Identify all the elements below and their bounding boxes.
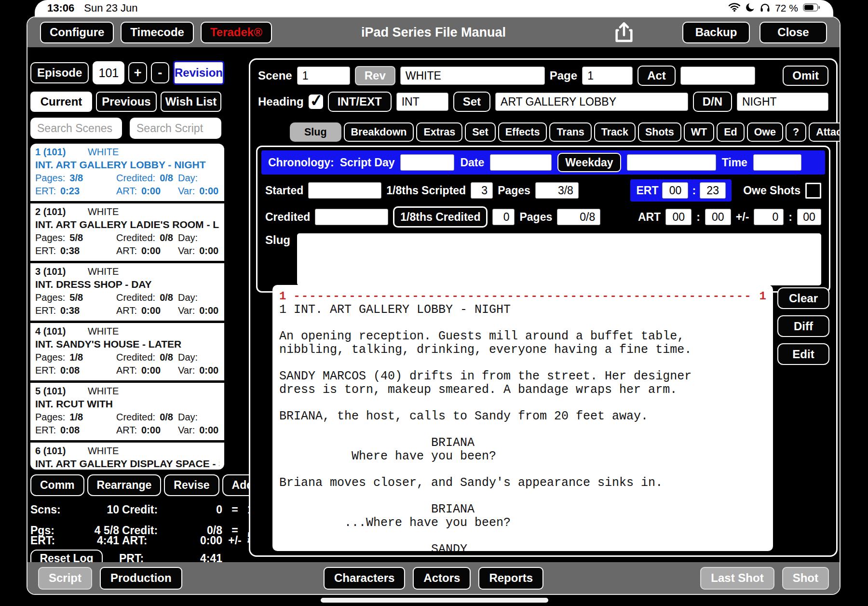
reports-button[interactable]: Reports xyxy=(478,567,543,590)
reset-log-button[interactable]: Reset Log xyxy=(30,550,103,562)
detail-tab[interactable]: Track xyxy=(594,122,636,142)
script-mode-button[interactable]: Script xyxy=(38,567,92,590)
detail-tab[interactable]: Slug xyxy=(290,122,341,142)
scene-list-item[interactable]: 4 (101) WHITE INT. SANDY'S HOUSE - LATER… xyxy=(30,321,224,380)
ert-minutes-field[interactable] xyxy=(662,182,688,199)
scene-number-field[interactable] xyxy=(297,67,350,85)
top-toolbar: Configure Timecode Teradek® iPad Series … xyxy=(27,17,840,47)
teradek-button[interactable]: Teradek® xyxy=(201,22,272,43)
owe-shots-checkbox[interactable] xyxy=(805,183,821,199)
chronology-bar: Chronology: Script Day Date Weekday Time xyxy=(261,150,825,175)
slug-label: Slug xyxy=(265,233,290,247)
slug-row: Slug xyxy=(265,233,821,285)
date-field[interactable] xyxy=(490,154,552,171)
revision-button[interactable]: Revision xyxy=(173,61,224,85)
search-scenes-input[interactable] xyxy=(30,118,122,139)
time-field[interactable] xyxy=(753,154,801,171)
detail-tab[interactable]: Ed xyxy=(717,122,744,142)
tab-previous[interactable]: Previous xyxy=(96,92,157,112)
production-mode-button[interactable]: Production xyxy=(100,567,182,590)
weekday-field[interactable] xyxy=(627,154,716,171)
scene-day: Day: xyxy=(178,351,219,364)
episode-button[interactable]: Episode xyxy=(30,62,89,83)
rev-button[interactable]: Rev xyxy=(355,66,395,85)
diff-button[interactable]: Diff xyxy=(777,315,829,337)
int-ext-button[interactable]: INT/EXT xyxy=(328,92,392,112)
tab-current[interactable]: Current xyxy=(30,92,92,112)
detail-tab[interactable]: Set xyxy=(465,122,495,142)
int-ext-field[interactable] xyxy=(396,93,448,111)
detail-tab[interactable]: Trans xyxy=(549,122,591,142)
scene-row: Scene Rev Page Act Omit xyxy=(258,66,828,86)
shot-button[interactable]: Shot xyxy=(782,567,829,590)
heading-checkbox[interactable] xyxy=(309,94,323,109)
detail-tab[interactable]: Owe xyxy=(747,122,783,142)
act-button[interactable]: Act xyxy=(637,66,676,86)
eighths-credited-button[interactable]: 1/8ths Credited xyxy=(393,206,488,228)
detail-tab[interactable]: Shots xyxy=(638,122,681,142)
started-field[interactable] xyxy=(308,182,381,199)
detail-tab[interactable]: WT xyxy=(684,122,714,142)
detail-tab[interactable]: Breakdown xyxy=(344,122,414,142)
episode-number-field[interactable] xyxy=(93,61,124,84)
scene-browser-panel: Episode + - Revision Current Previous Wi… xyxy=(30,47,224,562)
scene-list-item[interactable]: 5 (101) WHITE INT. RCUT WITH Pages:1/8 C… xyxy=(30,380,224,440)
timecode-button[interactable]: Timecode xyxy=(121,22,194,43)
dn-field[interactable] xyxy=(737,93,828,111)
dn-button[interactable]: D/N xyxy=(693,92,732,112)
act-field[interactable] xyxy=(680,67,755,85)
set-button[interactable]: Set xyxy=(453,92,490,112)
episode-plus-button[interactable]: + xyxy=(128,62,147,83)
tab-wish-list[interactable]: Wish List xyxy=(161,92,221,112)
close-button[interactable]: Close xyxy=(760,22,827,43)
eighths-scripted-field[interactable] xyxy=(471,182,493,199)
backup-button[interactable]: Backup xyxy=(682,22,750,43)
scene-revision-color: WHITE xyxy=(88,147,119,157)
variance-seconds-field[interactable] xyxy=(797,209,821,225)
detail-tab[interactable]: Extras xyxy=(416,122,462,142)
episode-minus-button[interactable]: - xyxy=(151,62,169,83)
share-icon[interactable] xyxy=(614,21,634,43)
art-seconds-field[interactable] xyxy=(705,209,731,225)
totals-rows: Scns: 10 Credit: 0 = 10 Pgs: 4 5/8 Credi… xyxy=(30,502,224,548)
detail-tab[interactable]: Attachments xyxy=(809,122,840,142)
revise-button[interactable]: Revise xyxy=(164,474,219,496)
rearrange-button[interactable]: Rearrange xyxy=(87,474,162,496)
owe-shots-label: Owe Shots xyxy=(743,184,800,197)
scripted-pages-field[interactable] xyxy=(535,182,579,199)
detail-tab[interactable]: Effects xyxy=(498,122,547,142)
eighths-credited-field[interactable] xyxy=(492,209,515,225)
variance-minutes-field[interactable] xyxy=(754,209,784,225)
credited-field[interactable] xyxy=(315,209,388,225)
configure-button[interactable]: Configure xyxy=(40,22,114,43)
last-shot-button[interactable]: Last Shot xyxy=(700,567,774,590)
scene-list-item[interactable]: 2 (101) WHITE INT. ART GALLERY LADIE'S R… xyxy=(30,201,224,261)
comm-button[interactable]: Comm xyxy=(30,474,84,496)
script-preview[interactable]: 1 --------------------------------------… xyxy=(272,285,773,551)
edit-button[interactable]: Edit xyxy=(777,343,829,365)
scene-var: Var:0:00 xyxy=(178,304,219,317)
weekday-button[interactable]: Weekday xyxy=(557,153,621,172)
page-label: Page xyxy=(550,69,577,82)
set-field[interactable] xyxy=(495,93,688,111)
scene-number: 5 (101) xyxy=(35,386,66,396)
plus-minus-label: +/- xyxy=(736,211,749,224)
characters-button[interactable]: Characters xyxy=(324,567,405,590)
omit-button[interactable]: Omit xyxy=(783,66,828,86)
search-script-input[interactable] xyxy=(130,118,221,139)
slug-textarea[interactable] xyxy=(297,233,821,285)
script-day-field[interactable] xyxy=(400,154,454,171)
ert-seconds-field[interactable] xyxy=(700,182,726,199)
art-minutes-field[interactable] xyxy=(665,209,692,225)
scene-list-item[interactable]: 1 (101) WHITE INT. ART GALLERY LOBBY - N… xyxy=(30,144,224,201)
page-field[interactable] xyxy=(582,67,633,85)
credited-pages-field[interactable] xyxy=(557,209,600,225)
scene-list-item[interactable]: 6 (101) WHITE INT. ART GALLERY DISPLAY S… xyxy=(30,440,224,470)
revision-color-field[interactable] xyxy=(400,67,545,85)
scene-list-item[interactable]: 3 (101) WHITE INT. DRESS SHOP - DAY Page… xyxy=(30,261,224,321)
home-indicator[interactable] xyxy=(321,598,548,603)
date: Sun 23 Jun xyxy=(84,2,137,14)
actors-button[interactable]: Actors xyxy=(413,567,471,590)
clear-button[interactable]: Clear xyxy=(777,287,829,309)
detail-tab[interactable]: ? xyxy=(786,122,806,142)
